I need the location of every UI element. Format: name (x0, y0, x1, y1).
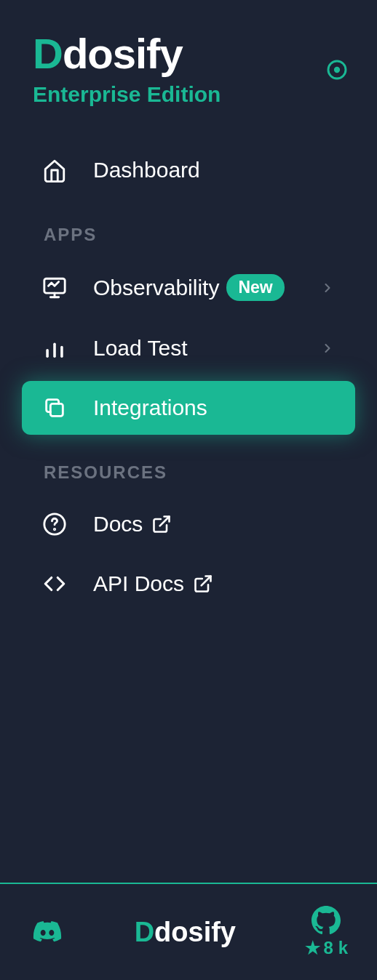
discord-link[interactable] (29, 917, 66, 947)
nav-load-test[interactable]: Load Test (22, 321, 355, 375)
nav-docs[interactable]: Docs (22, 497, 355, 551)
section-resources-header: RESOURCES (22, 441, 355, 497)
nav-integrations[interactable]: Integrations (22, 381, 355, 435)
svg-point-10 (54, 529, 55, 529)
github-link[interactable]: ★ 8 k (305, 906, 348, 958)
footer-logo: DDdosifydosify (135, 917, 236, 948)
home-icon (42, 158, 67, 182)
nav-label: Docs (93, 512, 143, 537)
logo: DDdosifydosify Enterprise Edition (33, 33, 221, 107)
target-button[interactable] (322, 55, 352, 84)
nav-label: Dashboard (93, 158, 200, 182)
help-icon (42, 512, 67, 537)
edition-label: Enterprise Edition (33, 82, 221, 107)
nav-label: Integrations (93, 395, 207, 420)
bar-chart-icon (42, 336, 67, 361)
nav-dashboard[interactable]: Dashboard (22, 143, 355, 197)
github-icon (311, 906, 341, 935)
copy-icon (42, 395, 67, 420)
section-apps-header: APPS (22, 203, 355, 260)
nav-api-docs[interactable]: API Docs (22, 557, 355, 611)
logo-text: DDdosifydosify (33, 33, 221, 75)
nav-label: Observability (93, 276, 219, 300)
svg-line-12 (202, 577, 211, 586)
nav-label: API Docs (93, 571, 184, 596)
new-badge: New (226, 274, 284, 301)
chevron-right-icon (320, 341, 335, 356)
discord-icon (29, 917, 66, 947)
target-icon (325, 58, 349, 81)
svg-point-1 (335, 68, 338, 71)
svg-line-11 (160, 517, 170, 526)
nav-label: Load Test (93, 336, 188, 361)
code-icon (42, 571, 67, 596)
external-link-icon (151, 514, 172, 534)
github-stars: ★ 8 k (305, 938, 348, 958)
external-link-icon (193, 574, 213, 594)
nav-observability[interactable]: Observability New (22, 260, 355, 316)
monitor-icon (42, 276, 67, 300)
chevron-right-icon (320, 281, 335, 295)
svg-rect-8 (50, 403, 63, 416)
star-icon: ★ (305, 938, 321, 958)
